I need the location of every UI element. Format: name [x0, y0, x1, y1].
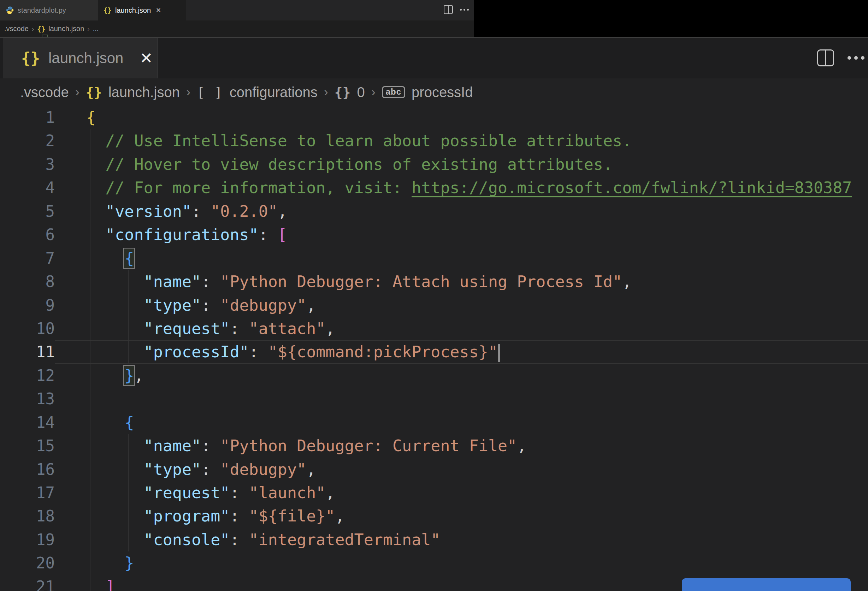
code-line-text[interactable]: "version": "0.2.0",: [55, 200, 868, 223]
code-token: :: [201, 460, 220, 479]
code-token: "program": [144, 507, 230, 525]
code-line-text[interactable]: // Hover to view descriptions of existin…: [55, 153, 868, 176]
code-token: ,: [278, 202, 287, 221]
code-token: ,: [517, 436, 526, 455]
code-line-text[interactable]: // Use IntelliSense to learn about possi…: [55, 129, 868, 153]
code-line-text[interactable]: "configurations": [: [55, 223, 868, 246]
more-actions-icon[interactable]: [847, 56, 865, 60]
breadcrumb-item-processid[interactable]: processId: [412, 84, 473, 100]
indent-guide: [128, 294, 128, 317]
code-token: [86, 436, 144, 455]
code-line[interactable]: 19 "console": "integratedTerminal": [0, 528, 868, 551]
breadcrumb-item-launch-json[interactable]: launch.json: [108, 84, 180, 100]
code-line[interactable]: 3 // Hover to view descriptions of exist…: [0, 153, 868, 176]
code-line[interactable]: 11 "processId": "${command:pickProcess}": [0, 340, 868, 364]
code-line[interactable]: 6 "configurations": [: [0, 223, 868, 246]
code-token: "launch": [249, 483, 326, 502]
code-line[interactable]: 8 "name": "Python Debugger: Attach using…: [0, 270, 868, 293]
code-line[interactable]: 2 // Use IntelliSense to learn about pos…: [0, 129, 868, 153]
code-line[interactable]: 18 "program": "${file}",: [0, 504, 868, 528]
breadcrumb-item-vscode[interactable]: .vscode: [4, 25, 29, 33]
code-line-text[interactable]: "name": "Python Debugger: Current File",: [55, 434, 868, 458]
code-line[interactable]: 1{: [0, 106, 868, 129]
code-line[interactable]: 5 "version": "0.2.0",: [0, 200, 868, 223]
json-file-icon: {}: [86, 84, 102, 100]
code-line[interactable]: 20 }: [0, 551, 868, 575]
indent-guide: [90, 481, 90, 504]
code-line[interactable]: 4 // For more information, visit: https:…: [0, 176, 868, 199]
code-token: [86, 178, 105, 197]
code-line-text[interactable]: },: [55, 364, 868, 387]
code-line-text[interactable]: "name": "Python Debugger: Attach using P…: [55, 270, 868, 293]
code-token: // Hover to view descriptions of existin…: [105, 155, 613, 174]
code-token: :: [230, 530, 249, 549]
code-line[interactable]: 9 "type": "debugpy",: [0, 294, 868, 317]
close-tab-icon[interactable]: ✕: [156, 6, 161, 14]
code-line[interactable]: 14 {: [0, 411, 868, 434]
code-token: "configurations": [105, 225, 258, 244]
small-editor-actions: [444, 5, 469, 14]
close-tab-icon[interactable]: ✕: [140, 49, 153, 67]
add-configuration-button-partial[interactable]: [682, 578, 851, 591]
object-symbol-icon: {}: [335, 84, 351, 100]
code-token: [86, 249, 124, 268]
code-line-text[interactable]: }: [55, 551, 868, 575]
code-line[interactable]: 17 "request": "launch",: [0, 481, 868, 504]
line-number: 4: [0, 176, 55, 199]
code-line-text[interactable]: "type": "debugpy",: [55, 458, 868, 481]
code-line[interactable]: 15 "name": "Python Debugger: Current Fil…: [0, 434, 868, 458]
line-number: 8: [0, 270, 55, 293]
screen-black-region: [474, 0, 868, 37]
code-line-text[interactable]: "request": "attach",: [55, 317, 868, 340]
code-token: ,: [306, 460, 316, 479]
code-token: "debugpy": [220, 460, 306, 479]
tab-label: launch.json: [49, 50, 123, 67]
code-line[interactable]: 16 "type": "debugpy",: [0, 458, 868, 481]
code-line-text[interactable]: {: [55, 247, 868, 270]
breadcrumb-item-0[interactable]: 0: [357, 84, 365, 100]
line-number: 21: [0, 575, 55, 591]
chevron-right-icon: ›: [32, 25, 34, 33]
code-token: ,: [622, 272, 632, 291]
code-token: [86, 413, 124, 432]
breadcrumb-item-launch-json[interactable]: launch.json: [49, 25, 84, 33]
indent-guide: [90, 294, 90, 317]
tab-launch-json[interactable]: {} launch.json ✕: [3, 38, 158, 78]
code-line-text[interactable]: "request": "launch",: [55, 481, 868, 504]
line-number: 17: [0, 481, 55, 504]
breadcrumb-item-vscode[interactable]: .vscode: [20, 84, 69, 100]
small-tab-launch-json[interactable]: {} launch.json ✕: [98, 0, 186, 21]
code-area[interactable]: 1{2 // Use IntelliSense to learn about p…: [0, 106, 868, 591]
split-editor-icon[interactable]: [817, 49, 834, 66]
indent-guide: [90, 200, 90, 223]
code-line-text[interactable]: "console": "integratedTerminal": [55, 528, 868, 551]
code-line-text[interactable]: {: [55, 106, 868, 129]
line-number: 7: [0, 247, 55, 270]
code-token: // For more information, visit:: [105, 178, 412, 197]
code-line[interactable]: 10 "request": "attach",: [0, 317, 868, 340]
code-line[interactable]: 7 {: [0, 247, 868, 270]
indent-guide: [128, 270, 128, 293]
code-token: :: [258, 225, 278, 244]
code-token: "debugpy": [220, 296, 306, 315]
split-editor-icon[interactable]: [444, 5, 453, 14]
code-line-text[interactable]: "program": "${file}",: [55, 504, 868, 528]
indent-guide: [90, 504, 90, 528]
indent-guide: [128, 340, 128, 364]
code-line-text[interactable]: "type": "debugpy",: [55, 294, 868, 317]
indent-guide: [90, 317, 90, 340]
more-actions-icon[interactable]: [460, 9, 469, 10]
breadcrumb-item-configurations[interactable]: configurations: [230, 84, 317, 100]
code-line[interactable]: 13: [0, 387, 868, 411]
code-line-text[interactable]: // For more information, visit: https://…: [55, 176, 868, 199]
breadcrumb-item-ellipsis[interactable]: ...: [93, 25, 99, 33]
code-line-text[interactable]: [55, 387, 868, 411]
indent-guide: [90, 551, 90, 575]
code-line-text[interactable]: {: [55, 411, 868, 434]
code-line[interactable]: 12 },: [0, 364, 868, 387]
small-tab-standardplot[interactable]: standardplot.py: [0, 0, 98, 21]
small-tab-bar: standardplot.py {} launch.json ✕: [0, 0, 474, 21]
code-token: [86, 366, 124, 385]
code-line-text[interactable]: "processId": "${command:pickProcess}": [55, 340, 868, 364]
line-number: 10: [0, 317, 55, 340]
